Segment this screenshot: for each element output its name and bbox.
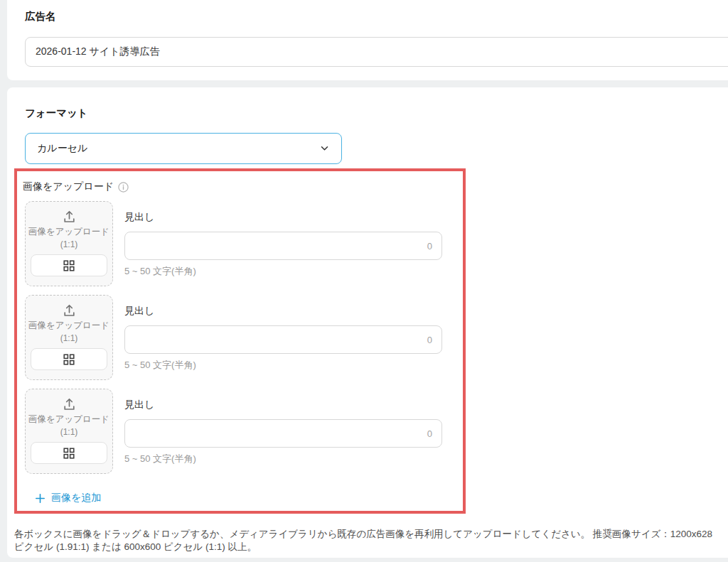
headline-column: 見出し 0 5 ~ 50 文字(半角) (124, 201, 442, 286)
chevron-down-icon (321, 146, 328, 151)
media-library-button[interactable] (31, 348, 107, 370)
add-image-link-label: 画像を追加 (51, 492, 101, 504)
headline-input-wrap: 0 (124, 419, 442, 448)
media-library-grid-icon (63, 354, 75, 365)
media-library-button[interactable] (31, 442, 107, 464)
upload-row: 画像をアップロード (1:1) 見出し 0 5 ~ 50 文字(半角) (25, 295, 442, 380)
headline-input-wrap: 0 (124, 232, 442, 260)
headline-label: 見出し (124, 399, 442, 411)
media-library-grid-icon (63, 260, 75, 271)
ad-name-label: 広告名 (25, 10, 56, 23)
dropzone-ratio: (1:1) (60, 239, 78, 249)
upload-icon (62, 210, 77, 225)
ad-name-input[interactable] (25, 37, 728, 67)
headline-column: 見出し 0 5 ~ 50 文字(半角) (124, 389, 442, 474)
format-selected-value: カルーセル (37, 142, 87, 155)
upload-icon (62, 397, 77, 412)
image-upload-highlight-box: 画像をアップロード 画像をアップロード (1:1) (14, 168, 466, 514)
upload-row: 画像をアップロード (1:1) 見出し 0 5 ~ 50 文字(半角) (25, 201, 442, 286)
dropzone-label: 画像をアップロード (28, 320, 109, 332)
upload-rows: 画像をアップロード (1:1) 見出し 0 5 ~ 50 文字(半角) (25, 201, 442, 482)
image-upload-section-label: 画像をアップロード (23, 180, 129, 193)
headline-label: 見出し (124, 305, 442, 318)
image-dropzone[interactable]: 画像をアップロード (1:1) (25, 201, 113, 286)
info-icon[interactable] (118, 182, 129, 193)
add-image-link[interactable]: 画像を追加 (36, 492, 101, 504)
dropzone-ratio: (1:1) (60, 333, 78, 343)
headline-input[interactable] (124, 325, 442, 354)
dropzone-ratio: (1:1) (60, 427, 78, 437)
dropzone-label: 画像をアップロード (28, 226, 109, 238)
media-library-grid-icon (63, 448, 75, 459)
dropzone-label: 画像をアップロード (28, 414, 109, 426)
format-select[interactable]: カルーセル (25, 133, 342, 164)
ad-name-card: 広告名 (7, 0, 728, 80)
upload-instructions-text: 各ボックスに画像をドラッグ＆ドロップするか、メディアライブラリから既存の広告画像… (14, 528, 718, 553)
image-dropzone[interactable]: 画像をアップロード (1:1) (25, 389, 113, 474)
headline-helper-text: 5 ~ 50 文字(半角) (124, 359, 442, 372)
headline-input[interactable] (124, 419, 442, 448)
upload-row: 画像をアップロード (1:1) 見出し 0 5 ~ 50 文字(半角) (25, 389, 442, 474)
headline-helper-text: 5 ~ 50 文字(半角) (124, 265, 442, 278)
format-label: フォーマット (25, 107, 88, 120)
headline-helper-text: 5 ~ 50 文字(半角) (124, 453, 442, 465)
headline-column: 見出し 0 5 ~ 50 文字(半角) (124, 295, 442, 380)
upload-icon (62, 303, 77, 318)
headline-input-wrap: 0 (124, 325, 442, 354)
media-library-button[interactable] (31, 254, 107, 276)
headline-label: 見出し (124, 211, 442, 224)
format-card: フォーマット カルーセル 画像をアップロード (7, 87, 728, 558)
plus-icon (36, 494, 45, 503)
headline-input[interactable] (124, 232, 442, 260)
image-dropzone[interactable]: 画像をアップロード (1:1) (25, 295, 113, 380)
image-upload-section-label-text: 画像をアップロード (23, 180, 114, 193)
